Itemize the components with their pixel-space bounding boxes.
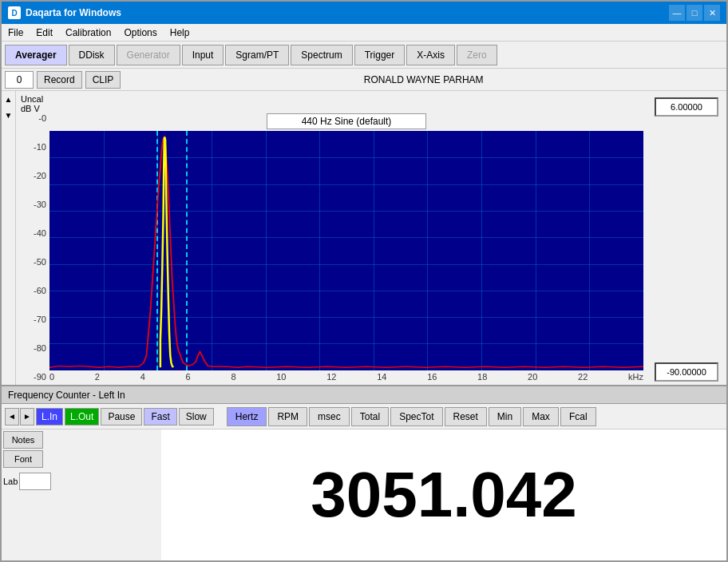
x-tick-8: 8 xyxy=(231,372,235,382)
x-tick-6: 6 xyxy=(186,372,191,382)
min-button[interactable]: Min xyxy=(489,407,521,426)
maximize-button[interactable]: □ xyxy=(686,5,702,21)
y-tick-60: -60 xyxy=(34,286,46,295)
tab-spectrum[interactable]: Spectrum xyxy=(291,45,352,65)
y-labels: Uncal dB V xyxy=(21,94,43,113)
close-button[interactable]: ✕ xyxy=(704,5,720,21)
big-number-display: 3051.042 xyxy=(161,429,726,560)
title-bar-buttons: — □ ✕ xyxy=(669,5,720,21)
y-tick-30: -30 xyxy=(34,200,46,209)
y-label-line1: Uncal xyxy=(21,94,43,104)
spectot-button[interactable]: SpecTot xyxy=(390,407,442,426)
tab-trigger[interactable]: Trigger xyxy=(354,45,406,65)
y-tick-50: -50 xyxy=(34,257,46,267)
tab-zero: Zero xyxy=(457,45,497,65)
y-tick-40: -40 xyxy=(34,228,46,238)
record-input[interactable] xyxy=(5,71,34,89)
tab-xaxis[interactable]: X-Axis xyxy=(406,45,455,65)
channel-lin-button[interactable]: L.In xyxy=(36,408,63,425)
tab-generator: Generator xyxy=(117,45,180,65)
record-button[interactable]: Record xyxy=(37,71,82,89)
main-window: D Daqarta for Windows — □ ✕ File Edit Ca… xyxy=(0,0,728,562)
nav-left-button[interactable]: ◄ xyxy=(5,408,19,425)
x-tick-16: 16 xyxy=(427,372,437,382)
tab-input[interactable]: Input xyxy=(182,45,224,65)
top-value-box: 6.00000 xyxy=(655,97,718,117)
slow-button[interactable]: Slow xyxy=(179,408,214,425)
nav-arrows: ◄ ► xyxy=(5,408,34,425)
total-button[interactable]: Total xyxy=(351,407,389,426)
x-tick-4: 4 xyxy=(140,372,145,382)
hertz-button[interactable]: Hertz xyxy=(227,407,267,426)
scroll-down-arrow[interactable]: ▼ xyxy=(2,109,15,121)
chart-area: Uncal dB V -0 -10 -20 -30 -40 -50 -60 -7… xyxy=(16,91,647,385)
chart-wrapper: 440 Hz Sine (default) xyxy=(49,113,643,382)
lab-label: Lab xyxy=(3,477,18,486)
nav-right-button[interactable]: ► xyxy=(20,408,34,425)
y-tick-70: -70 xyxy=(34,315,46,324)
menu-options[interactable]: Options xyxy=(117,24,163,41)
fcal-button[interactable]: Fcal xyxy=(560,407,596,426)
y-tick-10: -10 xyxy=(34,142,46,152)
tab-sgram[interactable]: Sgram/PT xyxy=(225,45,289,65)
notes-button[interactable]: Notes xyxy=(3,431,43,449)
spectrum-svg xyxy=(49,131,643,370)
right-panel: 6.00000 -90.00000 xyxy=(647,91,726,385)
menu-bar: File Edit Calibration Options Help xyxy=(2,24,726,42)
bottom-value-box: -90.00000 xyxy=(655,362,718,382)
freq-counter-bar: Frequency Counter - Left In xyxy=(2,386,726,404)
minimize-button[interactable]: — xyxy=(669,5,685,21)
app-icon: D xyxy=(8,6,21,19)
y-tick-80: -80 xyxy=(34,343,46,353)
rpm-button[interactable]: RPM xyxy=(268,407,307,426)
channel-lout-button[interactable]: L.Out xyxy=(65,408,99,425)
x-tick-12: 12 xyxy=(326,372,336,382)
y-tick-90: -90 xyxy=(34,372,46,382)
x-tick-18: 18 xyxy=(477,372,487,382)
chart-plot[interactable] xyxy=(49,131,643,370)
menu-calibration[interactable]: Calibration xyxy=(59,24,117,41)
y-label-line2: dB V xyxy=(21,104,43,113)
x-tick-0: 0 xyxy=(49,372,54,382)
y-label-area: Uncal dB V xyxy=(19,94,643,113)
reset-button[interactable]: Reset xyxy=(445,407,487,426)
y-tick-0: -0 xyxy=(38,113,46,123)
freq-counter-label: Frequency Counter - Left In xyxy=(8,390,125,401)
x-tick-14: 14 xyxy=(377,372,386,382)
fast-button[interactable]: Fast xyxy=(144,408,176,425)
clip-button[interactable]: CLIP xyxy=(85,71,121,89)
left-sidebar: ▲ ▼ xyxy=(2,91,16,385)
bottom-left: Notes Font Lab xyxy=(2,429,81,560)
tab-averager[interactable]: Averager xyxy=(5,45,67,65)
pause-button[interactable]: Pause xyxy=(101,408,142,425)
bottom-row: Notes Font Lab 3051.042 xyxy=(2,429,726,560)
record-row: Record CLIP RONALD WAYNE PARHAM xyxy=(2,69,726,91)
menu-file[interactable]: File xyxy=(2,24,30,41)
signal-label: 440 Hz Sine (default) xyxy=(267,113,426,129)
x-tick-2: 2 xyxy=(95,372,100,382)
font-button[interactable]: Font xyxy=(3,450,43,468)
title-bar: D Daqarta for Windows — □ ✕ xyxy=(2,2,726,24)
max-button[interactable]: Max xyxy=(523,407,559,426)
lab-input[interactable] xyxy=(19,473,51,490)
main-content: ▲ ▼ Uncal dB V -0 -10 -20 -30 -40 xyxy=(2,91,726,385)
chart-container: -0 -10 -20 -30 -40 -50 -60 -70 -80 -90 4… xyxy=(19,113,643,382)
x-tick-20: 20 xyxy=(528,372,537,382)
toolbar: Averager DDisk Generator Input Sgram/PT … xyxy=(2,42,726,69)
y-tick-20: -20 xyxy=(34,171,46,180)
big-number: 3051.042 xyxy=(311,458,577,532)
x-unit-khz: kHz xyxy=(628,372,643,382)
x-tick-10: 10 xyxy=(276,372,286,382)
x-axis: 0 2 4 6 8 10 12 14 16 18 20 22 kHz xyxy=(49,370,643,382)
bottom-controls: ◄ ► L.In L.Out Pause Fast Slow Hertz RPM… xyxy=(2,404,726,429)
scroll-up-arrow[interactable]: ▲ xyxy=(2,93,15,105)
msec-button[interactable]: msec xyxy=(309,407,350,426)
menu-help[interactable]: Help xyxy=(164,24,196,41)
tab-ddisk[interactable]: DDisk xyxy=(69,45,115,65)
window-title: Daqarta for Windows xyxy=(26,7,669,18)
menu-edit[interactable]: Edit xyxy=(30,24,59,41)
user-name: RONALD WAYNE PARHAM xyxy=(124,74,723,85)
x-tick-22: 22 xyxy=(578,372,588,382)
bottom-panel: Frequency Counter - Left In ◄ ► L.In L.O… xyxy=(2,385,726,560)
y-axis: -0 -10 -20 -30 -40 -50 -60 -70 -80 -90 xyxy=(19,113,49,382)
